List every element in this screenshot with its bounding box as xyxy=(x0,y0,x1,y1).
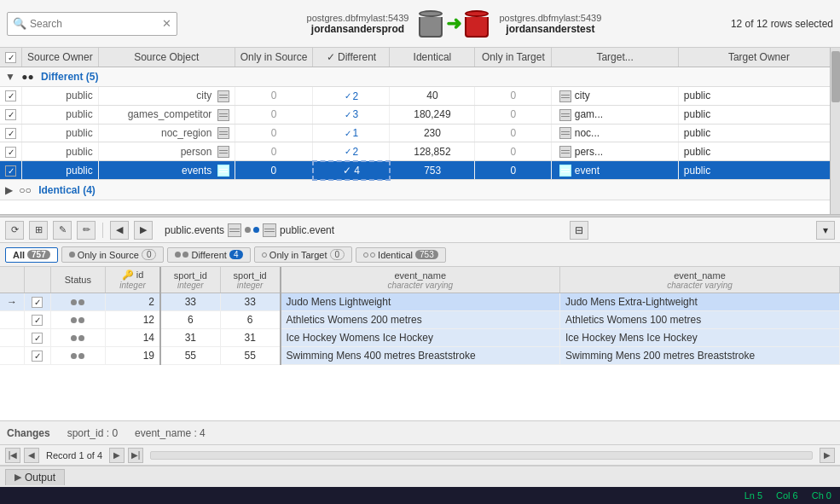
filter-tabs-bar: All 757 Only in Source 0 Different 4 Onl… xyxy=(0,243,840,267)
table-row[interactable]: public games_competitor 0 ✓ 3 180,249 0 … xyxy=(0,105,840,124)
source-owner-cell: public xyxy=(22,87,99,106)
grid-options-button[interactable]: ⊟ xyxy=(570,221,588,240)
target-table-name: public.event xyxy=(280,224,334,236)
row-id: 19 xyxy=(106,347,160,365)
source-cylinder xyxy=(419,10,443,38)
gh-id: 🔑 id integer xyxy=(106,267,160,293)
source-name: jordansandersprod xyxy=(307,23,409,35)
row-sport-src: 6 xyxy=(160,311,220,329)
tab-different[interactable]: Different 4 xyxy=(167,247,250,263)
target-host: postgres.dbfmylast:5439 xyxy=(499,13,601,23)
search-icon: 🔍 xyxy=(13,17,26,30)
tab-all-count: 757 xyxy=(27,250,50,259)
search-input[interactable] xyxy=(30,18,162,30)
search-box[interactable]: 🔍 ✕ xyxy=(7,12,177,36)
tab-only-target-label: Only in Target xyxy=(269,250,327,260)
gh-arrow xyxy=(0,267,25,293)
comparison-scrollbar[interactable] xyxy=(830,48,840,214)
search-clear-icon[interactable]: ✕ xyxy=(162,17,171,30)
comparison-area: Source Owner Source Object Only in Sourc… xyxy=(0,48,840,214)
nav-next-button[interactable]: ▶ xyxy=(109,448,125,463)
data-grid: Status 🔑 id integer sport_id integer xyxy=(0,267,840,420)
target-name: jordansanderstest xyxy=(499,23,601,35)
grid-row[interactable]: → 2 33 33 Judo Mens Lightweight Judo Men… xyxy=(0,293,840,311)
bottom-panel: ⟳ ⊞ ✎ ✏ ◀ ▶ public.events public.event ⊟… xyxy=(0,217,840,465)
table-row[interactable]: public person 0 ✓ 2 128,852 0 pers... pu… xyxy=(0,142,840,161)
grid-expand-button[interactable]: ▾ xyxy=(816,221,835,240)
row-sport-tgt: 31 xyxy=(220,329,280,347)
tab-identical[interactable]: Identical 753 xyxy=(356,247,446,263)
nav-last-button[interactable]: ▶| xyxy=(128,448,143,463)
nav-up-button[interactable]: ◀ xyxy=(110,221,129,240)
grid-table: Status 🔑 id integer sport_id integer xyxy=(0,267,840,365)
sync-button[interactable]: ⟳ xyxy=(5,221,24,240)
nav-first-button[interactable]: |◀ xyxy=(5,448,20,463)
columns-button[interactable]: ⊞ xyxy=(29,221,48,240)
top-bar: 🔍 ✕ postgres.dbfmylast:5439 jordansander… xyxy=(0,0,840,48)
grid-row[interactable]: 19 55 55 Swimming Mens 400 metres Breast… xyxy=(0,347,840,365)
tab-all-label: All xyxy=(13,250,25,260)
header-only-target: Only in Target xyxy=(475,48,552,67)
horizontal-scrollbar[interactable] xyxy=(150,451,813,460)
tab-only-source-label: Only in Source xyxy=(78,250,139,260)
tab-only-target[interactable]: Only in Target 0 xyxy=(254,246,352,263)
source-connection: postgres.dbfmylast:5439 jordansanderspro… xyxy=(307,13,409,35)
output-tab[interactable]: ▶ Output xyxy=(5,469,65,485)
bottom-status-bar: Ln 5 Col 6 Ch 0 xyxy=(0,487,840,504)
target-obj-cell: city xyxy=(552,87,678,106)
pencil-button[interactable]: ✏ xyxy=(77,221,96,240)
gh-status: Status xyxy=(50,267,105,293)
row-event-tgt: Athletics Womens 100 metres xyxy=(559,311,839,329)
dot1 xyxy=(245,227,251,233)
tab-only-source-count: 0 xyxy=(142,249,157,260)
row-sport-src: 33 xyxy=(160,293,220,311)
row-event-tgt: Ice Hockey Mens Ice Hockey xyxy=(559,329,839,347)
nav-down-button[interactable]: ▶ xyxy=(134,221,153,240)
tab-only-source[interactable]: Only in Source 0 xyxy=(61,246,165,263)
gh-sport-id-tgt: sport_id integer xyxy=(220,267,280,293)
status-ch: Ch 0 xyxy=(812,490,831,501)
row-sport-src: 31 xyxy=(160,329,220,347)
row-sport-tgt: 33 xyxy=(220,293,280,311)
source-host: postgres.dbfmylast:5439 xyxy=(307,13,409,23)
table-icon-t5 xyxy=(559,165,571,177)
bottom-toolbar: ⟳ ⊞ ✎ ✏ ◀ ▶ public.events public.event ⊟… xyxy=(0,217,840,243)
target-table-icon xyxy=(263,223,276,237)
grid-row[interactable]: 12 6 6 Athletics Womens 200 metres Athle… xyxy=(0,311,840,329)
grid-header-row1: Status 🔑 id integer sport_id integer xyxy=(0,267,840,293)
nav-scroll-right[interactable]: ▶ xyxy=(820,448,835,463)
target-cylinder xyxy=(465,10,489,38)
row-arrow xyxy=(0,347,25,365)
tab-all[interactable]: All 757 xyxy=(5,247,58,263)
edit-button[interactable]: ✎ xyxy=(53,221,72,240)
output-icon: ▶ xyxy=(14,472,21,483)
group-expand-icon[interactable]: ▼ xyxy=(5,71,15,83)
table-row[interactable]: public noc_region 0 ✓ 1 230 0 noc... pub… xyxy=(0,124,840,142)
source-table-icon xyxy=(228,223,241,237)
status-col: Col 6 xyxy=(776,490,798,501)
grid-row[interactable]: 14 31 31 Ice Hockey Womens Ice Hockey Ic… xyxy=(0,329,840,347)
header-check[interactable] xyxy=(0,48,22,67)
row-arrow: → xyxy=(0,293,25,311)
header-target-obj: Target... xyxy=(552,48,678,67)
comparison-table: Source Owner Source Object Only in Sourc… xyxy=(0,48,840,200)
table-icon-t4 xyxy=(559,146,571,158)
nav-prev-button[interactable]: ◀ xyxy=(24,448,39,463)
rows-selected-count: 12 of 12 rows selected xyxy=(731,18,833,30)
connection-arrow: ➜ xyxy=(419,10,489,38)
row-event-tgt: Judo Mens Extra-Lightweight xyxy=(559,293,839,311)
group-identical[interactable]: ▶ ○○ Identical (4) xyxy=(0,180,840,200)
row-event-src: Swimming Mens 400 metres Breaststroke xyxy=(281,347,560,365)
table-row[interactable]: public city 0 ✓ 2 40 0 city public xyxy=(0,87,840,106)
tab-different-label: Different xyxy=(191,250,226,260)
group-different[interactable]: ▼ ●● Different (5) xyxy=(0,67,840,87)
table-row-selected[interactable]: public events 0 ✓ 4 753 0 event public xyxy=(0,161,840,180)
row-event-src: Judo Mens Lightweight xyxy=(281,293,560,311)
event-name-info: event_name : 4 xyxy=(135,427,206,439)
tab-identical-count: 753 xyxy=(415,250,438,259)
table-icon5 xyxy=(217,165,229,177)
row-sport-tgt: 55 xyxy=(220,347,280,365)
group-identical-expand-icon[interactable]: ▶ xyxy=(5,184,13,196)
row-id: 2 xyxy=(106,293,160,311)
table-icon2 xyxy=(217,109,229,121)
